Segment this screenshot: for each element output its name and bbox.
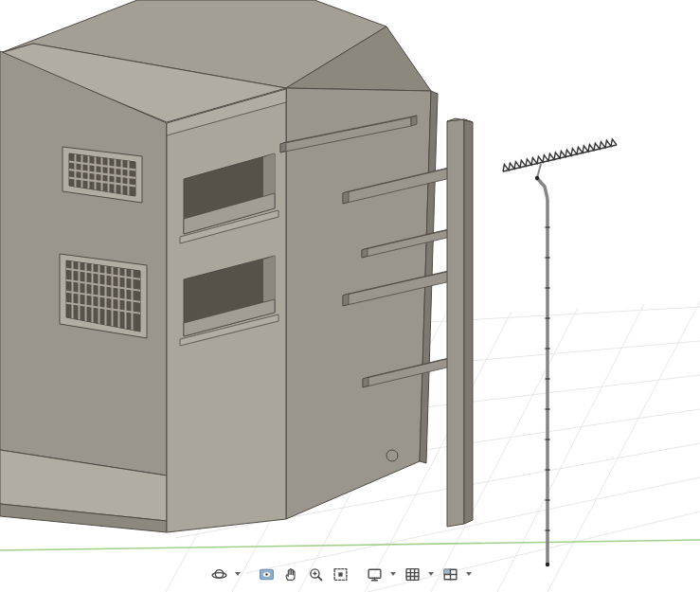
- pan-button[interactable]: [280, 564, 301, 584]
- orbit-button[interactable]: [208, 564, 229, 584]
- pole-end-point: [546, 563, 549, 566]
- right-gable-wall[interactable]: [286, 27, 438, 519]
- toolbar-separator: [246, 574, 252, 575]
- vertical-post[interactable]: [447, 118, 473, 527]
- chevron-down-icon: [466, 572, 472, 576]
- look-at-button[interactable]: [256, 564, 277, 584]
- grid-and-snaps-icon: [404, 566, 421, 583]
- display-settings-dropdown-caret[interactable]: [388, 564, 398, 584]
- chevron-down-icon: [235, 572, 241, 576]
- green-axis-line[interactable]: [0, 540, 700, 550]
- orbit-icon: [211, 566, 227, 583]
- navigation-toolbar: [208, 561, 474, 587]
- chevron-down-icon: [390, 572, 396, 576]
- display-settings-button[interactable]: [364, 564, 385, 584]
- viewports-icon: [442, 566, 458, 583]
- viewports-button[interactable]: [440, 564, 460, 584]
- chevron-down-icon: [428, 572, 434, 576]
- viewports-dropdown-caret[interactable]: [464, 564, 474, 584]
- serrated-sketch-profile[interactable]: [503, 139, 617, 171]
- barred-window-lower[interactable]: [60, 254, 147, 338]
- grid-and-snaps-button[interactable]: [402, 564, 422, 584]
- scene-3d: [0, 0, 700, 592]
- toolbar-separator: [354, 574, 360, 575]
- model-house[interactable]: [0, 0, 438, 532]
- orbit-dropdown-caret[interactable]: [233, 564, 242, 584]
- pole-elbow-point: [535, 176, 539, 180]
- zoom-magnifier-icon: [308, 566, 324, 583]
- segmented-pole[interactable]: [535, 164, 550, 566]
- display-settings-icon: [367, 566, 383, 583]
- front-tower[interactable]: [167, 89, 286, 532]
- fit-icon: [332, 566, 349, 583]
- zoom-button[interactable]: [305, 564, 326, 584]
- viewport-canvas[interactable]: [0, 0, 700, 592]
- look-at-icon: [259, 566, 275, 583]
- fit-button[interactable]: [330, 564, 350, 584]
- pan-hand-icon: [283, 566, 299, 583]
- grid-and-snaps-dropdown-caret[interactable]: [426, 564, 436, 584]
